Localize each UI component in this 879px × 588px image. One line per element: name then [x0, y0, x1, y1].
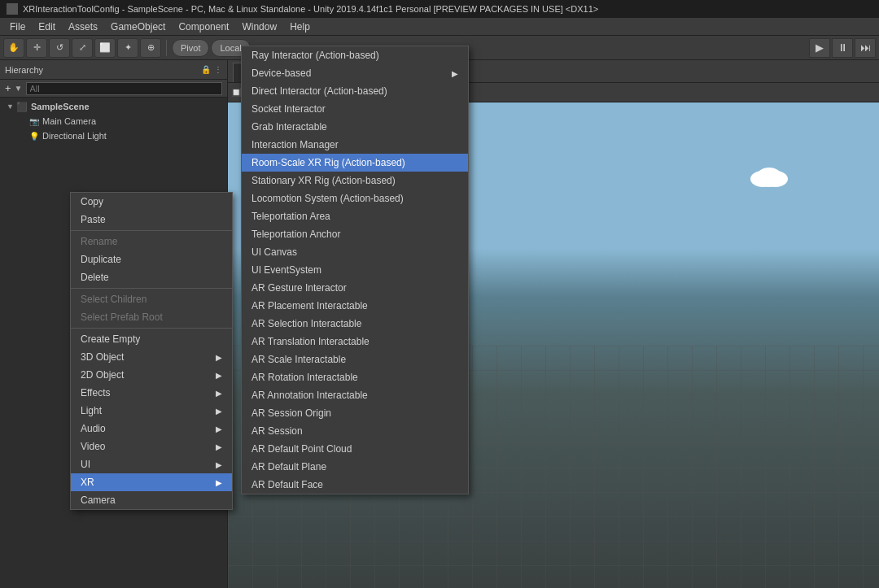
- arrow-video: ▶: [216, 442, 222, 451]
- ctx-3d-object[interactable]: 3D Object ▶: [71, 348, 232, 366]
- ctx-sep-2: [71, 288, 232, 289]
- scene-root-item[interactable]: ▼ ⬛ SampleScene: [0, 99, 227, 114]
- xr-stationary-rig[interactable]: Stationary XR Rig (Action-based): [242, 172, 468, 189]
- menu-component[interactable]: Component: [172, 20, 235, 34]
- xr-room-scale-rig[interactable]: Room-Scale XR Rig (Action-based): [242, 154, 468, 172]
- xr-ar-session-origin[interactable]: AR Session Origin: [242, 404, 468, 422]
- xr-locomotion-system[interactable]: Locomotion System (Action-based): [242, 189, 468, 207]
- xr-teleportation-area[interactable]: Teleportation Area: [242, 207, 468, 225]
- ctx-copy[interactable]: Copy: [71, 193, 232, 211]
- tool-rect[interactable]: ⬜: [94, 38, 116, 58]
- menu-window[interactable]: Window: [235, 20, 283, 34]
- ctx-ui[interactable]: UI ▶: [71, 455, 232, 473]
- arrow-device: ▶: [452, 69, 458, 78]
- menu-assets[interactable]: Assets: [62, 20, 104, 34]
- title-bar: XRInteractionToolConfig - SampleScene - …: [0, 0, 879, 18]
- hierarchy-menu-icon[interactable]: ⋮: [214, 65, 222, 74]
- hierarchy-lock-icon[interactable]: 🔒: [201, 65, 211, 74]
- arrow-audio: ▶: [216, 425, 222, 433]
- xr-ar-rotation-interactable[interactable]: AR Rotation Interactable: [242, 368, 468, 386]
- ctx-delete[interactable]: Delete: [71, 268, 232, 286]
- plus-icon[interactable]: +: [5, 82, 11, 94]
- tool-hand[interactable]: ✋: [3, 38, 24, 58]
- xr-grab-interactable[interactable]: Grab Interactable: [242, 118, 468, 136]
- tool-scale[interactable]: ⤢: [72, 38, 93, 58]
- hierarchy-header: Hierarchy 🔒 ⋮: [0, 60, 227, 80]
- menu-bar: File Edit Assets GameObject Component Wi…: [0, 18, 879, 36]
- camera-item[interactable]: 📷 Main Camera: [0, 114, 227, 128]
- ctx-light[interactable]: Light ▶: [71, 402, 232, 420]
- xr-ar-session[interactable]: AR Session: [242, 422, 468, 440]
- tool-custom[interactable]: ⊕: [140, 38, 161, 58]
- ctx-xr[interactable]: XR ▶: [71, 473, 232, 491]
- ctx-duplicate[interactable]: Duplicate: [71, 250, 232, 268]
- app-icon: [7, 3, 18, 15]
- xr-ar-default-point-cloud[interactable]: AR Default Point Cloud: [242, 440, 468, 458]
- scene-name: SampleScene: [31, 102, 90, 111]
- xr-device-based[interactable]: Device-based ▶: [242, 64, 468, 82]
- ctx-2d-object[interactable]: 2D Object ▶: [71, 366, 232, 384]
- xr-ar-translation-interactable[interactable]: AR Translation Interactable: [242, 333, 468, 351]
- play-group: ▶ ⏸ ⏭: [809, 38, 876, 58]
- ctx-camera[interactable]: Camera: [71, 491, 232, 509]
- camera-label: Main Camera: [42, 116, 96, 126]
- xr-teleportation-anchor[interactable]: Teleportation Anchor: [242, 225, 468, 243]
- context-menu-left: Copy Paste Rename Duplicate Delete Selec…: [70, 192, 233, 510]
- hierarchy-search-bar: + ▼: [0, 80, 227, 98]
- light-item[interactable]: 💡 Directional Light: [0, 128, 227, 143]
- ctx-sep-3: [71, 328, 232, 329]
- arrow-effects: ▶: [216, 389, 222, 398]
- tool-rotate[interactable]: ↺: [49, 38, 70, 58]
- xr-socket-interactor[interactable]: Socket Interactor: [242, 100, 468, 118]
- ctx-select-children: Select Children: [71, 290, 232, 308]
- separator-1: [166, 40, 167, 56]
- camera-icon: 📷: [29, 117, 39, 126]
- pause-button[interactable]: ⏸: [832, 38, 853, 58]
- local-label: Local: [220, 43, 241, 53]
- arrow-icon: ▼: [7, 102, 16, 111]
- ctx-create-empty[interactable]: Create Empty: [71, 330, 232, 348]
- tool-move[interactable]: ✛: [26, 38, 47, 58]
- ctx-rename: Rename: [71, 233, 232, 250]
- light-icon: 💡: [29, 132, 39, 141]
- ctx-sep-1: [71, 230, 232, 231]
- xr-ui-eventsystem[interactable]: UI EventSystem: [242, 261, 468, 279]
- hierarchy-title: Hierarchy: [5, 65, 198, 75]
- menu-help[interactable]: Help: [283, 20, 317, 34]
- xr-interaction-manager[interactable]: Interaction Manager: [242, 136, 468, 154]
- tool-transform[interactable]: ✦: [117, 38, 138, 58]
- menu-file[interactable]: File: [3, 20, 32, 34]
- xr-ar-scale-interactable[interactable]: AR Scale Interactable: [242, 351, 468, 368]
- arrow-ui: ▶: [216, 460, 222, 469]
- arrow-xr: ▶: [216, 478, 222, 487]
- xr-ar-placement-interactable[interactable]: AR Placement Interactable: [242, 297, 468, 315]
- ctx-select-prefab-root: Select Prefab Root: [71, 308, 232, 326]
- pivot-toggle[interactable]: Pivot: [172, 39, 209, 57]
- cloud-sprite: [757, 168, 781, 184]
- step-button[interactable]: ⏭: [855, 38, 876, 58]
- xr-ar-gesture-interactor[interactable]: AR Gesture Interactor: [242, 279, 468, 297]
- ctx-effects[interactable]: Effects ▶: [71, 384, 232, 402]
- search-icon: ▼: [15, 84, 23, 93]
- xr-ray-interactor[interactable]: Ray Interactor (Action-based): [242, 46, 468, 64]
- ctx-paste[interactable]: Paste: [71, 211, 232, 229]
- ctx-audio[interactable]: Audio ▶: [71, 420, 232, 438]
- hierarchy-search-input[interactable]: [26, 82, 223, 95]
- xr-direct-interactor[interactable]: Direct Interactor (Action-based): [242, 82, 468, 100]
- menu-gameobject[interactable]: GameObject: [104, 20, 172, 34]
- title-text: XRInteractionToolConfig - SampleScene - …: [23, 4, 598, 14]
- xr-ar-selection-interactable[interactable]: AR Selection Interactable: [242, 315, 468, 333]
- arrow-2d: ▶: [216, 371, 222, 380]
- xr-ar-default-face[interactable]: AR Default Face: [242, 476, 468, 494]
- ctx-video[interactable]: Video ▶: [71, 438, 232, 455]
- arrow-3d: ▶: [216, 353, 222, 362]
- light-label: Directional Light: [42, 131, 107, 141]
- scene-toolbar-icon1: 🔲: [231, 88, 241, 97]
- xr-ar-annotation-interactable[interactable]: AR Annotation Interactable: [242, 386, 468, 404]
- play-button[interactable]: ▶: [809, 38, 830, 58]
- pivot-label: Pivot: [181, 43, 200, 53]
- xr-ui-canvas[interactable]: UI Canvas: [242, 243, 468, 261]
- xr-ar-default-plane[interactable]: AR Default Plane: [242, 458, 468, 476]
- arrow-light: ▶: [216, 407, 222, 416]
- menu-edit[interactable]: Edit: [32, 20, 62, 34]
